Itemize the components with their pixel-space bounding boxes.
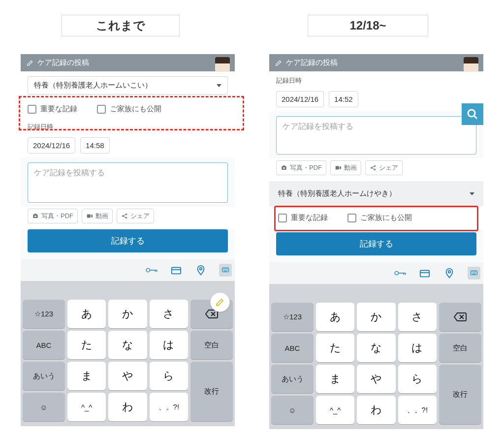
camera-icon <box>281 164 287 171</box>
time-field[interactable]: 14:52 <box>329 91 358 107</box>
key[interactable]: は <box>398 334 437 362</box>
attach-share-button[interactable]: シェア <box>365 160 403 175</box>
key[interactable]: ら <box>398 365 437 393</box>
key[interactable]: な <box>108 331 147 359</box>
key[interactable]: か <box>357 303 395 331</box>
attach-photo-button[interactable]: 写真・PDF <box>276 160 326 175</box>
attach-photo-label: 写真・PDF <box>41 212 73 220</box>
key[interactable]: さ <box>398 303 437 331</box>
key[interactable]: ら <box>150 362 188 390</box>
attach-video-button[interactable]: 動画 <box>330 160 361 175</box>
key-abc[interactable]: ABC <box>271 334 314 362</box>
record-textarea[interactable]: ケア記録を投稿する <box>276 116 476 155</box>
search-button[interactable] <box>462 103 483 125</box>
phone-after: ケア記録の投稿 記録日時 2024/12/16 14:52 ケア記録を投稿する … <box>269 54 483 429</box>
key-emoji[interactable]: ☺ <box>271 396 314 424</box>
checkbox-importance[interactable]: 重要な記録 <box>278 213 328 222</box>
location-icon[interactable] <box>443 267 456 280</box>
attach-video-label: 動画 <box>344 163 357 172</box>
attach-row: 写真・PDF 動画 シェア <box>269 158 483 181</box>
record-textarea[interactable]: ケア記録を投稿する <box>28 162 228 203</box>
key[interactable]: ま <box>316 365 354 393</box>
svg-point-9 <box>371 167 372 168</box>
attach-video-label: 動画 <box>95 212 108 220</box>
key-space[interactable]: 空白 <box>190 331 233 359</box>
avatar[interactable] <box>215 57 230 72</box>
svg-rect-13 <box>420 271 429 277</box>
key-return[interactable]: 改行 <box>439 365 481 424</box>
key[interactable]: ^_^ <box>67 393 106 421</box>
video-icon <box>335 164 342 171</box>
submit-button[interactable]: 記録する <box>28 229 228 252</box>
attach-share-label: シェア <box>379 163 398 172</box>
key[interactable]: は <box>150 331 188 359</box>
date-field[interactable]: 2024/12/16 <box>28 137 75 154</box>
app-header: ケア記録の投稿 <box>21 54 235 71</box>
key[interactable]: あ <box>67 300 106 328</box>
key-emoji[interactable]: ☺ <box>23 393 65 421</box>
password-icon[interactable] <box>394 267 407 280</box>
avatar[interactable] <box>464 57 478 72</box>
options-row: 重要な記録 ご家族にも公開 <box>269 206 483 229</box>
key-mode123[interactable]: ☆123 <box>271 303 314 331</box>
keyboard-toolbar <box>269 262 483 284</box>
edit-icon <box>27 60 33 66</box>
checkbox-family-label: ご家族にも公開 <box>110 104 161 114</box>
key[interactable]: あ <box>316 303 354 331</box>
checkbox-family-label: ご家族にも公開 <box>360 213 412 222</box>
key[interactable]: 、。?! <box>398 396 437 424</box>
facility-select[interactable]: 特養（特別養護老人ホームけやき） <box>276 186 476 201</box>
header-title: ケア記録の投稿 <box>37 58 89 67</box>
checkbox-family[interactable]: ご家族にも公開 <box>97 104 161 114</box>
submit-button[interactable]: 記録する <box>276 232 476 255</box>
attach-share-label: シェア <box>130 212 150 220</box>
key[interactable]: な <box>357 334 395 362</box>
checkbox-importance[interactable]: 重要な記録 <box>28 104 77 114</box>
checkbox-family[interactable]: ご家族にも公開 <box>347 213 412 222</box>
password-icon[interactable] <box>145 264 158 277</box>
camera-icon <box>32 213 39 219</box>
key[interactable]: ^_^ <box>316 396 354 424</box>
datetime-label: 記録日時 <box>28 123 228 131</box>
soft-keyboard: ☆123 あ か さ ABC た な は 空白 あいう ま や ら 改行 ☺ ^… <box>21 281 235 426</box>
key[interactable]: た <box>67 331 106 359</box>
key[interactable]: や <box>357 365 395 393</box>
keyboard-icon[interactable] <box>468 267 480 280</box>
key[interactable]: か <box>108 300 147 328</box>
key-return[interactable]: 改行 <box>190 362 233 421</box>
key[interactable]: ま <box>67 362 106 390</box>
key-abc[interactable]: ABC <box>23 331 65 359</box>
location-icon[interactable] <box>194 264 207 277</box>
key-backspace[interactable] <box>439 303 481 331</box>
key[interactable]: や <box>108 362 147 390</box>
video-icon <box>86 213 93 219</box>
key[interactable]: 、。?! <box>150 393 188 421</box>
card-icon[interactable] <box>418 267 431 280</box>
time-field[interactable]: 14:58 <box>80 137 110 154</box>
date-field[interactable]: 2024/12/16 <box>276 91 324 107</box>
key-space[interactable]: 空白 <box>439 334 481 362</box>
svg-rect-5 <box>172 268 181 274</box>
attach-photo-button[interactable]: 写真・PDF <box>28 209 78 223</box>
svg-point-8 <box>283 167 285 169</box>
key-mode123[interactable]: ☆123 <box>23 300 65 328</box>
key[interactable]: わ <box>108 393 147 421</box>
svg-point-3 <box>126 217 126 218</box>
attach-video-button[interactable]: 動画 <box>82 209 113 223</box>
attach-photo-label: 写真・PDF <box>290 163 322 172</box>
key[interactable]: た <box>316 334 354 362</box>
attach-share-button[interactable]: シェア <box>117 209 154 223</box>
title-before: これまで <box>62 15 180 36</box>
phone-before: ケア記録の投稿 特養（特別養護老人ホームいこい） 重要な記録 ご家族にも公開 記… <box>21 54 235 426</box>
key[interactable]: さ <box>150 300 188 328</box>
keyboard-icon[interactable] <box>219 264 232 277</box>
chevron-down-icon <box>217 84 221 87</box>
key-kana[interactable]: あいう <box>23 362 65 390</box>
card-icon[interactable] <box>170 264 183 277</box>
attach-row: 写真・PDF 動画 シェア <box>21 207 235 229</box>
key-kana[interactable]: あいう <box>271 365 314 393</box>
key[interactable]: わ <box>357 396 395 424</box>
edit-fab[interactable] <box>210 292 230 312</box>
facility-select[interactable]: 特養（特別養護老人ホームいこい） <box>28 76 228 94</box>
checkbox-importance-label: 重要な記録 <box>40 104 77 114</box>
